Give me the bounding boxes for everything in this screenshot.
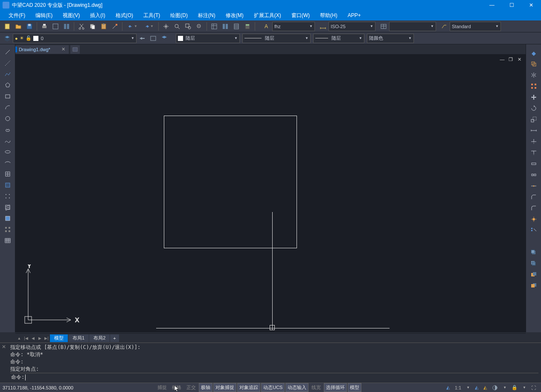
- undo-button[interactable]: ▼: [125, 21, 140, 32]
- chamfer-tool[interactable]: [529, 192, 539, 202]
- line-tool[interactable]: [3, 47, 13, 57]
- menu-dimension[interactable]: 标注(N): [193, 10, 221, 20]
- document-close-icon[interactable]: ✕: [61, 46, 65, 52]
- extend-tool[interactable]: [529, 148, 539, 158]
- stretch-tool[interactable]: [529, 125, 539, 136]
- array-tool[interactable]: [529, 225, 539, 235]
- menu-tools[interactable]: 工具(T): [138, 10, 165, 20]
- workspace-switch-icon[interactable]: [490, 384, 500, 392]
- paste-button[interactable]: [99, 21, 109, 32]
- arc-tool[interactable]: [3, 102, 13, 113]
- layer-state-button[interactable]: [148, 33, 158, 44]
- design-center-button[interactable]: [220, 21, 230, 32]
- redo-button[interactable]: ▼: [141, 21, 156, 32]
- rectangle-tool[interactable]: [3, 91, 13, 102]
- menu-modify[interactable]: 修改(M): [221, 10, 249, 20]
- copy-button[interactable]: [87, 21, 98, 32]
- layer-previous-button[interactable]: [137, 33, 147, 44]
- fillet-tool[interactable]: [529, 203, 539, 213]
- gradient-tool[interactable]: [3, 213, 13, 224]
- add-layout-tab[interactable]: +: [110, 334, 119, 342]
- trim-tool[interactable]: [529, 136, 539, 147]
- close-button[interactable]: ✕: [521, 0, 541, 10]
- layout-tab-1[interactable]: 布局1: [68, 334, 89, 342]
- document-tab[interactable]: D Drawing1.dwg* ✕: [8, 45, 69, 54]
- tabs-first[interactable]: |◀: [23, 335, 29, 341]
- tabs-prev[interactable]: ◀: [30, 335, 36, 341]
- revcloud-tool[interactable]: [3, 125, 13, 135]
- polyline-tool[interactable]: [3, 69, 13, 79]
- command-input[interactable]: 命令:: [10, 373, 538, 381]
- menu-view[interactable]: 视图(V): [58, 10, 85, 20]
- ducs-toggle[interactable]: 动态UCS: [261, 383, 285, 392]
- copy-tool[interactable]: [529, 59, 539, 69]
- command-history[interactable]: 指定移动点或 [基点(B)/复制(C)/放弃(U)/退出(X)]: 命令: *取…: [8, 343, 541, 383]
- linetype-combo[interactable]: 随层▼: [242, 34, 311, 43]
- draworder-above-tool[interactable]: [529, 270, 539, 280]
- snap-toggle[interactable]: 捕捉: [155, 383, 169, 392]
- menu-edit[interactable]: 编辑(E): [30, 10, 58, 20]
- layer-iso-button[interactable]: [159, 33, 169, 44]
- menu-help[interactable]: 帮助(H): [315, 10, 343, 20]
- layer-properties-button[interactable]: [2, 33, 12, 44]
- ellipse-tool[interactable]: [3, 147, 13, 157]
- join-tool[interactable]: [529, 181, 539, 191]
- otrack-toggle[interactable]: 对象追踪: [237, 383, 260, 392]
- selcycle-toggle[interactable]: 选择循环: [324, 383, 347, 392]
- workspace-arrow[interactable]: ▼: [501, 384, 508, 392]
- point-tool[interactable]: [3, 191, 13, 201]
- menu-format[interactable]: 格式(O): [111, 10, 138, 20]
- offset-tool[interactable]: [529, 81, 539, 91]
- polygon-tool[interactable]: [3, 80, 13, 90]
- polar-toggle[interactable]: 极轴: [199, 383, 212, 392]
- new-button[interactable]: [2, 21, 12, 32]
- menu-file[interactable]: 文件(F): [3, 10, 30, 20]
- tabs-scroll-up[interactable]: ▲: [16, 335, 22, 341]
- lineweight-combo[interactable]: 随层▼: [313, 34, 364, 43]
- draworder-front-tool[interactable]: [529, 247, 539, 258]
- maximize-button[interactable]: ☐: [502, 0, 521, 10]
- draworder-under-tool[interactable]: [529, 281, 539, 291]
- draworder-back-tool[interactable]: [529, 258, 539, 269]
- table-tool[interactable]: [3, 235, 13, 246]
- insert-block-tool[interactable]: [3, 169, 13, 179]
- annoscale-icon[interactable]: ◭: [445, 384, 451, 392]
- new-document-tab[interactable]: [70, 45, 80, 54]
- tabs-last[interactable]: ▶|: [44, 335, 49, 341]
- clean-screen-icon[interactable]: ⛶: [529, 384, 538, 392]
- erase-tool[interactable]: [529, 48, 539, 58]
- lineweight-toggle[interactable]: 线宽: [309, 383, 323, 392]
- region-tool[interactable]: [3, 224, 13, 235]
- zoom-realtime-button[interactable]: [172, 21, 182, 32]
- pan-button[interactable]: [161, 21, 171, 32]
- circle-tool[interactable]: [3, 113, 13, 124]
- plotcolor-combo[interactable]: 随颜色▼: [367, 34, 414, 43]
- dyn-toggle[interactable]: 动态输入: [285, 383, 308, 392]
- textstyle-button[interactable]: A: [262, 21, 272, 32]
- command-close-icon[interactable]: ✕: [0, 343, 8, 383]
- layer-combo[interactable]: ● ☀ 🔓 0 ▼: [13, 34, 137, 43]
- osnap-toggle[interactable]: 对象捕捉: [213, 383, 236, 392]
- annoauto-icon[interactable]: ◭: [482, 384, 489, 392]
- dimstyle-combo[interactable]: ISO-25▼: [329, 22, 375, 31]
- tabs-next[interactable]: ▶: [37, 335, 43, 341]
- rotate-tool[interactable]: [529, 103, 539, 113]
- zoom-window-button[interactable]: [183, 21, 193, 32]
- break-at-point-tool[interactable]: [529, 170, 539, 180]
- annoscale-value[interactable]: 1:1: [453, 384, 463, 392]
- explode-tool[interactable]: [529, 214, 539, 224]
- mirror-tool[interactable]: [529, 70, 539, 80]
- properties-button[interactable]: [209, 21, 219, 32]
- lock-ui-arrow[interactable]: ▼: [521, 384, 528, 392]
- ellipse-arc-tool[interactable]: [3, 158, 13, 168]
- scale-tool[interactable]: [529, 114, 539, 125]
- tool-palettes-button[interactable]: [231, 21, 241, 32]
- ortho-toggle[interactable]: 正交: [184, 383, 198, 392]
- lock-ui-icon[interactable]: 🔒: [510, 384, 519, 392]
- break-tool[interactable]: [529, 159, 539, 169]
- publish-button[interactable]: [61, 21, 72, 32]
- calculator-button[interactable]: [242, 21, 253, 32]
- dimstyle-button[interactable]: [318, 21, 328, 32]
- drawing-canvas[interactable]: Y X: [15, 55, 526, 332]
- drawing-area[interactable]: — ❐ ✕ Y X: [15, 55, 526, 332]
